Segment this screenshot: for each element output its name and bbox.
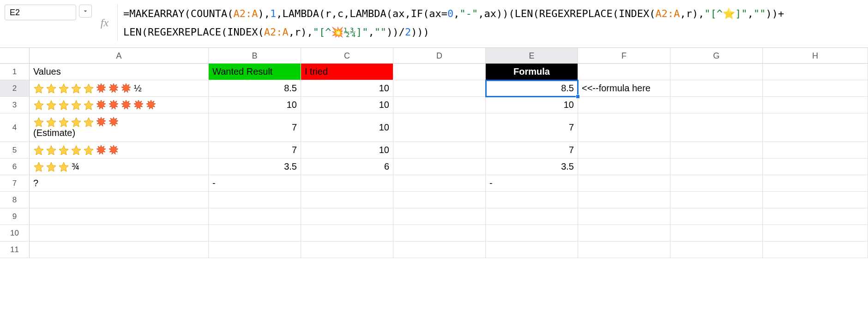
cell-G1[interactable] xyxy=(670,64,763,80)
cell-D7[interactable] xyxy=(393,175,486,192)
row-header-9[interactable]: 9 xyxy=(0,208,30,225)
cell-G7[interactable] xyxy=(670,175,763,192)
cell-F9[interactable] xyxy=(578,208,670,225)
cell-D10[interactable] xyxy=(393,225,486,242)
cell-C2[interactable]: 10 xyxy=(301,80,393,97)
cell-E3[interactable]: 10 xyxy=(486,97,578,113)
cell-F5[interactable] xyxy=(578,142,670,159)
column-header-A[interactable]: A xyxy=(30,48,209,64)
cell-D11[interactable] xyxy=(393,242,486,258)
cell-H1[interactable] xyxy=(763,64,868,80)
cell-C5[interactable]: 10 xyxy=(301,142,393,159)
cell-A5[interactable] xyxy=(30,142,209,159)
cell-H10[interactable] xyxy=(763,225,868,242)
name-box[interactable]: E2 xyxy=(5,5,76,20)
cell-H11[interactable] xyxy=(763,242,868,258)
cell-F1[interactable] xyxy=(578,64,670,80)
cell-B8[interactable] xyxy=(209,192,301,208)
cell-C4[interactable]: 10 xyxy=(301,113,393,142)
cell-A8[interactable] xyxy=(30,192,209,208)
cell-D5[interactable] xyxy=(393,142,486,159)
cell-G10[interactable] xyxy=(670,225,763,242)
cell-G11[interactable] xyxy=(670,242,763,258)
row-header-3[interactable]: 3 xyxy=(0,97,30,113)
cell-D6[interactable] xyxy=(393,159,486,175)
cell-A9[interactable] xyxy=(30,208,209,225)
cell-H7[interactable] xyxy=(763,175,868,192)
cell-E5[interactable]: 7 xyxy=(486,142,578,159)
cell-D4[interactable] xyxy=(393,113,486,142)
formula-input[interactable]: =MAKEARRAY(COUNTA(A2:A),1,LAMBDA(r,c,LAM… xyxy=(123,5,868,41)
cell-F4[interactable] xyxy=(578,113,670,142)
select-all-corner[interactable] xyxy=(0,48,30,64)
column-header-E[interactable]: E xyxy=(486,48,578,64)
header-wanted[interactable]: Wanted Result xyxy=(209,64,301,80)
row-header-8[interactable]: 8 xyxy=(0,192,30,208)
cell-B9[interactable] xyxy=(209,208,301,225)
cell-G3[interactable] xyxy=(670,97,763,113)
row-header-5[interactable]: 5 xyxy=(0,142,30,159)
cell-C8[interactable] xyxy=(301,192,393,208)
row-header-1[interactable]: 1 xyxy=(0,64,30,80)
cell-F7[interactable] xyxy=(578,175,670,192)
header-values[interactable]: Values xyxy=(30,64,209,80)
cell-H8[interactable] xyxy=(763,192,868,208)
cell-E6[interactable]: 3.5 xyxy=(486,159,578,175)
row-header-7[interactable]: 7 xyxy=(0,175,30,192)
column-header-F[interactable]: F xyxy=(578,48,670,64)
row-header-10[interactable]: 10 xyxy=(0,225,30,242)
cell-F8[interactable] xyxy=(578,192,670,208)
column-header-D[interactable]: D xyxy=(393,48,486,64)
cell-E11[interactable] xyxy=(486,242,578,258)
column-header-G[interactable]: G xyxy=(670,48,763,64)
cell-G8[interactable] xyxy=(670,192,763,208)
cell-B10[interactable] xyxy=(209,225,301,242)
cell-H9[interactable] xyxy=(763,208,868,225)
fill-handle[interactable] xyxy=(576,95,580,99)
cell-H6[interactable] xyxy=(763,159,868,175)
cell-D9[interactable] xyxy=(393,208,486,225)
cell-B7[interactable]: - xyxy=(209,175,301,192)
cell-B11[interactable] xyxy=(209,242,301,258)
column-header-C[interactable]: C xyxy=(301,48,393,64)
cell-A11[interactable] xyxy=(30,242,209,258)
cell-A10[interactable] xyxy=(30,225,209,242)
row-header-2[interactable]: 2 xyxy=(0,80,30,97)
cell-A3[interactable] xyxy=(30,97,209,113)
cell-F2[interactable]: <<--formula here xyxy=(578,80,670,97)
cell-A6[interactable]: ¾ xyxy=(30,159,209,175)
cell-E7[interactable]: - xyxy=(486,175,578,192)
cell-G5[interactable] xyxy=(670,142,763,159)
cell-C10[interactable] xyxy=(301,225,393,242)
cell-D2[interactable] xyxy=(393,80,486,97)
cell-H2[interactable] xyxy=(763,80,868,97)
name-box-dropdown[interactable] xyxy=(79,5,92,18)
row-header-4[interactable]: 4 xyxy=(0,113,30,142)
cell-B3[interactable]: 10 xyxy=(209,97,301,113)
cell-E2[interactable]: 8.5 xyxy=(486,80,578,97)
cell-G4[interactable] xyxy=(670,113,763,142)
row-header-6[interactable]: 6 xyxy=(0,159,30,175)
cell-D8[interactable] xyxy=(393,192,486,208)
header-formula[interactable]: Formula xyxy=(486,64,578,80)
cell-H4[interactable] xyxy=(763,113,868,142)
cell-F3[interactable] xyxy=(578,97,670,113)
cell-G6[interactable] xyxy=(670,159,763,175)
spreadsheet-grid[interactable]: ABCDEFGH1ValuesWanted ResultI triedFormu… xyxy=(0,48,868,258)
row-header-11[interactable]: 11 xyxy=(0,242,30,258)
cell-B2[interactable]: 8.5 xyxy=(209,80,301,97)
cell-G2[interactable] xyxy=(670,80,763,97)
cell-F10[interactable] xyxy=(578,225,670,242)
cell-C7[interactable] xyxy=(301,175,393,192)
cell-E10[interactable] xyxy=(486,225,578,242)
cell-C9[interactable] xyxy=(301,208,393,225)
cell-D1[interactable] xyxy=(393,64,486,80)
cell-F6[interactable] xyxy=(578,159,670,175)
cell-A7[interactable]: ? xyxy=(30,175,209,192)
cell-A2[interactable]: ½ xyxy=(30,80,209,97)
cell-B4[interactable]: 7 xyxy=(209,113,301,142)
cell-C6[interactable]: 6 xyxy=(301,159,393,175)
cell-F11[interactable] xyxy=(578,242,670,258)
cell-H3[interactable] xyxy=(763,97,868,113)
cell-E4[interactable]: 7 xyxy=(486,113,578,142)
